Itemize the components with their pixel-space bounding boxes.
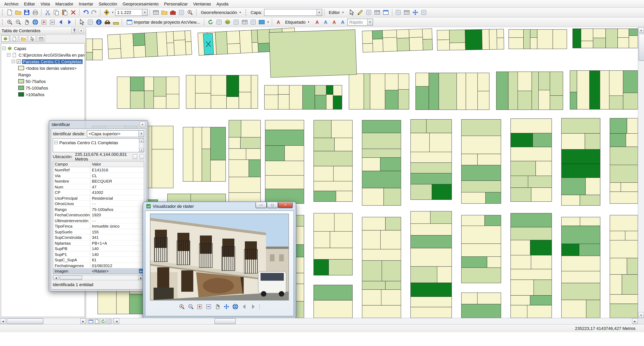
menu-item[interactable]: Selección <box>96 0 120 7</box>
save-button[interactable] <box>22 8 31 16</box>
menu-item[interactable]: Marcador <box>52 0 76 7</box>
legend-item[interactable]: >100años <box>1 91 84 98</box>
table-row[interactable]: Via CL <box>53 173 144 178</box>
cut-button[interactable] <box>44 8 52 16</box>
viewer-zoom-in-button[interactable] <box>178 302 186 310</box>
print-button[interactable] <box>31 8 39 16</box>
attributes-button[interactable] <box>373 8 381 16</box>
layer-visibility-checkbox[interactable]: ✓ <box>17 59 21 64</box>
legend-swatch[interactable] <box>18 92 24 96</box>
table-row[interactable]: FechaConstrucción 1920 <box>53 212 144 218</box>
label-tool-button-3[interactable] <box>330 18 338 26</box>
menu-item[interactable]: Editar <box>21 0 38 7</box>
chevron-down-icon[interactable]: ▼ <box>138 131 144 137</box>
redo-button[interactable] <box>90 8 98 16</box>
aux-tool-button-5[interactable] <box>249 18 257 26</box>
scroll-up-icon[interactable]: ▲ <box>139 139 144 143</box>
georeferencing-layer-combo[interactable]: ▼ <box>264 9 322 16</box>
quick-label-combo[interactable]: Rápido ▼ <box>348 18 373 26</box>
scroll-left-icon[interactable]: ◀ <box>53 276 59 280</box>
import-arcview-button[interactable]: Importar desde proyecto ArcView... <box>124 18 202 26</box>
snapping-button-4[interactable] <box>420 8 428 16</box>
chevron-down-icon[interactable]: ▼ <box>267 21 269 23</box>
scroll-left-icon[interactable]: ◀ <box>0 318 6 324</box>
toc-root-label[interactable]: Capas <box>13 46 27 50</box>
aux-tool-button-1[interactable] <box>215 18 223 26</box>
snapping-button-1[interactable] <box>394 8 402 16</box>
legend-swatch[interactable] <box>18 86 24 90</box>
legend-item[interactable]: 50-75años <box>1 78 84 84</box>
table-row[interactable]: Num 47 <box>53 184 144 190</box>
table-row[interactable]: SupSuelo 155 <box>53 229 144 234</box>
viewer-back-button[interactable] <box>240 302 248 310</box>
toc-group-label[interactable]: C:\Ejercicios ArcGIS\Sevilla en parcelas… <box>18 52 84 57</box>
label-manager-button[interactable] <box>274 18 282 26</box>
open-button[interactable] <box>14 8 22 16</box>
drawing-color-swatch[interactable] <box>258 18 266 26</box>
table-row[interactable]: OtrosUsos ··· <box>53 201 144 206</box>
toc-item-layers[interactable]: − Capas <box>1 45 84 52</box>
label-tool-button-1[interactable] <box>313 18 322 26</box>
scroll-up-icon[interactable]: ▲ <box>638 27 644 33</box>
delete-button[interactable] <box>69 8 77 16</box>
map-horizontal-scrollbar[interactable]: ◀ ▶ <box>114 318 638 324</box>
column-header-value[interactable]: Valor <box>90 161 144 167</box>
table-of-contents-button[interactable] <box>152 8 160 16</box>
table-row[interactable]: CP 41002 <box>53 190 144 195</box>
toc-tab-options[interactable] <box>37 35 45 42</box>
toolbar-grip[interactable] <box>2 9 4 16</box>
table-row[interactable]: UsoPrincipal Residencial <box>53 195 144 201</box>
viewer-zoom-out-button[interactable] <box>186 302 195 310</box>
scroll-down-icon[interactable]: ▼ <box>139 148 144 152</box>
toc-tab-list-by-visibility[interactable] <box>19 35 27 42</box>
viewer-fixed-zoom-out-button[interactable] <box>204 302 212 310</box>
back-extent-button[interactable] <box>56 18 65 26</box>
add-data-button[interactable] <box>102 8 110 16</box>
table-row[interactable]: UltimaIntervención ··· <box>53 218 144 223</box>
table-row[interactable]: NumRef E141316 <box>53 167 144 173</box>
toc-tab-list-by-selection[interactable] <box>28 35 36 42</box>
pin-icon[interactable] <box>71 28 77 33</box>
pause-drawing-button[interactable] <box>106 318 112 324</box>
menu-item[interactable]: Ayuda <box>214 0 231 7</box>
scrollbar-thumb[interactable] <box>6 318 44 324</box>
measure-button[interactable] <box>112 18 120 26</box>
model-builder-button[interactable] <box>178 8 186 16</box>
map-scale-combo[interactable]: 1:1.222 ▼ <box>115 9 148 16</box>
identify-results-tree[interactable]: − Parcelas Centro C1 Completas ▲ ▼ <box>53 138 144 152</box>
edit-tool-button[interactable] <box>348 8 356 16</box>
label-tool-button-4[interactable] <box>339 18 347 26</box>
aux-tool-button-3[interactable] <box>232 18 240 26</box>
toc-header[interactable]: Tabla de Contenidos × <box>0 27 86 34</box>
toc-horizontal-scrollbar[interactable]: ◀ ▶ <box>0 318 86 324</box>
scroll-right-icon[interactable]: ▶ <box>632 318 638 324</box>
fixed-zoom-out-button[interactable] <box>48 18 56 26</box>
labeling-dropdown[interactable]: Etiquetado ▼ <box>283 18 313 26</box>
scroll-right-icon[interactable]: ▶ <box>80 318 86 324</box>
toc-tab-list-by-drawing-order[interactable] <box>1 35 9 42</box>
copy-button[interactable] <box>52 8 60 16</box>
new-document-button[interactable] <box>6 8 14 16</box>
table-row[interactable]: Rango 75-100años <box>53 206 144 212</box>
viewer-pan-button[interactable] <box>213 302 222 310</box>
chevron-down-icon[interactable]: ▼ <box>142 9 147 16</box>
scrollbar-thumb[interactable] <box>60 276 82 280</box>
forward-extent-button[interactable] <box>65 18 73 26</box>
add-data-dropdown-icon[interactable]: ▼ <box>112 11 114 14</box>
georeferencing-dropdown[interactable]: Georreferenciación ▼ <box>198 8 244 16</box>
create-features-button[interactable] <box>382 8 390 16</box>
scroll-down-icon[interactable]: ▼ <box>638 312 644 318</box>
fixed-zoom-in-button[interactable] <box>40 18 48 26</box>
toc-item-group[interactable]: − C:\Ejercicios ArcGIS\Sevilla en parcel… <box>1 52 84 58</box>
table-row[interactable]: Nplantas PB+1+A <box>53 240 144 246</box>
collapse-icon[interactable]: − <box>54 141 58 144</box>
toc-tab-list-by-source[interactable] <box>10 35 18 42</box>
refresh-view-button[interactable] <box>100 318 106 324</box>
snapping-button-2[interactable] <box>403 8 411 16</box>
toc-item-layer[interactable]: − ✓ Parcelas Centro C1 Completas <box>1 58 84 65</box>
clear-selection-button[interactable] <box>86 18 94 26</box>
identify-button[interactable] <box>94 18 103 26</box>
data-view-button[interactable] <box>88 318 94 324</box>
table-row[interactable]: SupConstruida 341 <box>53 234 144 240</box>
location-units-button[interactable] <box>132 154 137 159</box>
